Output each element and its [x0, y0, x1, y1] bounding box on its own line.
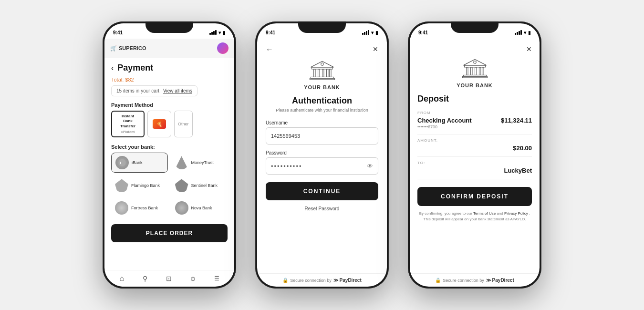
nav-search-icon[interactable]: ⚲ [143, 275, 147, 282]
bank-item-fortress[interactable]: Fortress Bank [111, 198, 168, 217]
secure-footer-3: 🔒 Secure connection by ≫ PayDirect [410, 273, 540, 287]
bank-icon-sentinel [175, 179, 188, 192]
app-logo: 🛒 SUPERICO [110, 45, 146, 52]
total-label: Total: [111, 77, 124, 83]
phone-2: 9:41 ▾ ▮ ← ✕ [255, 21, 389, 289]
battery-icon: ▮ [223, 30, 226, 35]
notch-1 [145, 21, 193, 33]
svg-rect-10 [310, 78, 334, 80]
svg-rect-6 [322, 69, 323, 77]
bank-name-ibank: iBank [132, 160, 143, 165]
nav-cart-icon[interactable]: ⊡ [166, 275, 172, 282]
svg-rect-5 [318, 69, 319, 77]
reset-password-link[interactable]: Reset Password [305, 206, 340, 211]
view-all-link[interactable]: View all items [163, 88, 192, 93]
phone-3: 9:41 ▾ ▮ ✕ [408, 21, 541, 289]
status-icons-1: ▾ ▮ [209, 30, 226, 35]
confirm-disclaimer: By confirming, you agree to our Terms of… [417, 211, 532, 222]
password-toggle-icon[interactable]: 👁 [367, 163, 373, 170]
notch-3 [451, 21, 499, 33]
nav-menu-icon[interactable]: ☰ [214, 275, 219, 282]
cart-items-text: 15 items in your cart [116, 88, 159, 93]
username-input[interactable]: 1425569453 [266, 127, 378, 145]
pm-instant-bank-transfer[interactable]: InstantBankTransfer ∝Plutomi [111, 111, 145, 137]
from-label: FROM: [417, 111, 532, 115]
bank-icon-nova [175, 201, 188, 215]
bank-name-sentinel: Sentinel Bank [191, 183, 218, 188]
payment-screen: ‹ Payment Total: $82 15 items in your ca… [104, 58, 234, 270]
bank-item-moneytrust[interactable]: MoneyTrust [171, 153, 228, 173]
divider-3 [417, 179, 532, 179]
bank-name-flamingo: Flamingo Bank [131, 183, 160, 188]
bank-item-nova[interactable]: Nova Bank [171, 198, 228, 217]
bank-icon-moneytrust [175, 156, 188, 169]
bank-item-ibank[interactable]: i iBank [111, 153, 168, 173]
pd-prefix: ≫ [333, 278, 338, 283]
bank-icon-fortress [115, 201, 128, 215]
time-3: 9:41 [418, 30, 428, 35]
total-amount: $82 [125, 77, 134, 83]
svg-rect-4 [313, 69, 315, 77]
nav-home-icon[interactable]: ⌂ [119, 274, 124, 283]
auth-close-button[interactable]: ✕ [373, 45, 378, 54]
notch-2 [298, 21, 346, 33]
user-avatar[interactable] [217, 42, 229, 54]
wifi-icon-3: ▾ [524, 30, 526, 35]
deposit-bank-name: YOUR BANK [457, 83, 493, 88]
terms-link[interactable]: Terms of Use [473, 211, 496, 216]
password-input[interactable]: •••••••••• 👁 [266, 157, 378, 175]
pd-name-3: PayDirect [492, 278, 514, 283]
svg-rect-15 [470, 67, 472, 75]
disclaimer-mid: and [497, 211, 504, 216]
svg-rect-7 [326, 69, 328, 77]
username-value: 1425569453 [271, 133, 300, 139]
status-icons-2: ▾ ▮ [362, 30, 378, 35]
lock-icon-2: 🔒 [282, 278, 288, 283]
deposit-close-button[interactable]: ✕ [526, 45, 532, 53]
continue-button[interactable]: CONTINUE [266, 182, 378, 200]
pm-other-label: Other [178, 122, 189, 126]
battery-icon-3: ▮ [528, 30, 531, 35]
svg-point-21 [473, 61, 476, 64]
deposit-bank-icon [460, 57, 489, 81]
pm-other[interactable]: Other [174, 111, 193, 137]
deposit-content: ✕ [410, 39, 540, 227]
bank-item-flamingo[interactable]: Flamingo Bank [111, 176, 168, 195]
payment-content: ‹ Payment Total: $82 15 items in your ca… [104, 58, 234, 251]
svg-rect-18 [482, 67, 483, 75]
username-label: Username [266, 120, 378, 125]
bank-icon-flamingo [115, 179, 128, 192]
amount-section: AMOUNT: $20.00 [417, 138, 532, 152]
bank-grid: i iBank MoneyTrust [111, 153, 228, 217]
payment-method-label: Payment Method [111, 102, 228, 108]
page-title: Payment [117, 63, 153, 73]
bottom-nav: ⌂ ⚲ ⊡ ⊙ ☰ [104, 270, 234, 287]
privacy-link[interactable]: Privacy Policy [504, 211, 528, 216]
bank-item-sentinel[interactable]: Sentinel Bank [171, 176, 228, 195]
back-arrow[interactable]: ‹ [111, 64, 114, 72]
auth-title: Authentication [292, 96, 352, 106]
auth-content: ← ✕ [257, 39, 387, 216]
pm-ibt-sublabel: ∝Plutomi [115, 130, 140, 134]
pm-card[interactable]: 🍕 [147, 111, 171, 137]
svg-point-0 [119, 159, 126, 166]
bank-name-moneytrust: MoneyTrust [191, 160, 214, 165]
logo-text: SUPERICO [119, 45, 146, 51]
svg-text:i: i [120, 161, 121, 165]
signal-bars-1 [209, 30, 217, 35]
place-order-button[interactable]: PLACE ORDER [111, 224, 228, 242]
deposit-title: Deposit [417, 94, 532, 104]
amount-value: $20.00 [513, 145, 532, 152]
phone-1: 9:41 ▾ ▮ 🛒 SUPERICO [103, 21, 236, 289]
nav-profile-icon[interactable]: ⊙ [190, 275, 196, 282]
deposit-screen: ✕ [410, 39, 540, 273]
auth-screen: ← ✕ [257, 39, 387, 273]
svg-marker-12 [463, 59, 486, 65]
secure-text-2: Secure connection by [290, 278, 332, 283]
pm-ibt-label: InstantBankTransfer [115, 114, 140, 129]
account-number: •••••••6700 [417, 124, 472, 129]
confirm-deposit-button[interactable]: CONFIRM DEPOSIT [417, 187, 532, 206]
from-section: FROM: Checking Account •••••••6700 $11,3… [417, 111, 532, 129]
auth-back-button[interactable]: ← [266, 45, 273, 54]
svg-rect-14 [466, 67, 467, 75]
